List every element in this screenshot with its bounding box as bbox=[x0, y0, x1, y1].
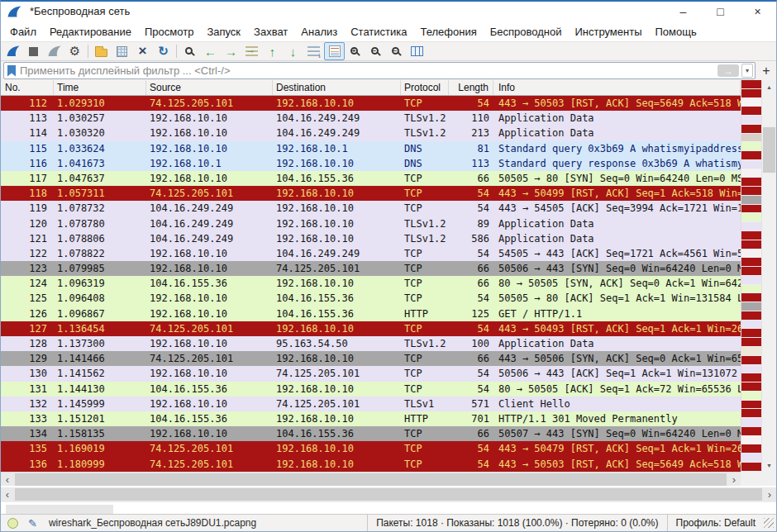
filter-history-caret[interactable]: ▾ bbox=[741, 64, 753, 78]
scroll-left-arrow-icon[interactable]: ‹ bbox=[1, 473, 14, 486]
capture-status-icon[interactable] bbox=[7, 518, 18, 529]
packet-row-125[interactable]: 1251.096408192.168.10.10104.16.155.36TCP… bbox=[1, 291, 741, 306]
packet-row-112[interactable]: 1121.02931074.125.205.101192.168.10.10TC… bbox=[1, 96, 741, 111]
column-header-source[interactable]: Source bbox=[146, 80, 273, 95]
cell-no: 118 bbox=[1, 186, 54, 201]
packet-row-132[interactable]: 1321.145999192.168.10.1074.125.205.101TL… bbox=[1, 397, 741, 411]
colorize-button[interactable] bbox=[324, 42, 345, 60]
zoom-in-button[interactable]: + bbox=[345, 42, 365, 60]
menu-item-help[interactable]: Помощь bbox=[649, 24, 703, 40]
go-back-button[interactable]: ← bbox=[200, 42, 221, 60]
packet-row-129[interactable]: 1291.14146674.125.205.101192.168.10.10TC… bbox=[1, 351, 741, 366]
scroll-minimap bbox=[741, 80, 761, 472]
go-last-button[interactable]: ↓ bbox=[283, 42, 303, 60]
cell-info: Application Data bbox=[493, 231, 741, 246]
secondary-horizontal-scrollbar[interactable]: ‹ › bbox=[1, 487, 776, 501]
menu-item-view[interactable]: Просмотр bbox=[138, 24, 200, 40]
menu-item-capture[interactable]: Захват bbox=[247, 24, 294, 40]
menu-item-wireless[interactable]: Беспроводной bbox=[484, 24, 569, 40]
packet-row-115[interactable]: 1151.033624192.168.10.10192.168.10.1DNS8… bbox=[1, 141, 741, 156]
packet-row-128[interactable]: 1281.137300192.168.10.1095.163.54.50TLSv… bbox=[1, 336, 741, 351]
packet-row-136[interactable]: 1361.18099974.125.205.101192.168.10.10TC… bbox=[1, 457, 741, 472]
resize-columns-button[interactable] bbox=[407, 42, 427, 60]
scroll-down-arrow-icon[interactable]: ▼ bbox=[762, 458, 776, 472]
profile-label[interactable]: Профиль: Default bbox=[668, 515, 765, 531]
packet-row-122[interactable]: 1221.078822192.168.10.10104.16.249.249TC… bbox=[1, 246, 741, 261]
packet-row-127[interactable]: 1271.13645474.125.205.101192.168.10.10TC… bbox=[1, 321, 741, 336]
packet-row-119[interactable]: 1191.078732104.16.249.249192.168.10.10TC… bbox=[1, 201, 741, 216]
packet-row-135[interactable]: 1351.16901974.125.205.101192.168.10.10TC… bbox=[1, 441, 741, 456]
column-header-length[interactable]: Length bbox=[449, 80, 493, 95]
column-header-info[interactable]: Info bbox=[493, 80, 741, 95]
packet-row-124[interactable]: 1241.096319104.16.155.36192.168.10.10TCP… bbox=[1, 276, 741, 291]
vertical-scrollbar[interactable]: ▲ ▼ bbox=[761, 80, 776, 472]
packet-list-header: No.TimeSourceDestinationProtocolLengthIn… bbox=[1, 80, 741, 96]
menu-item-telephony[interactable]: Телефония bbox=[413, 24, 483, 40]
packet-row-123[interactable]: 1231.079985192.168.10.1074.125.205.101TC… bbox=[1, 261, 741, 276]
horizontal-scrollbar[interactable]: ‹ › bbox=[1, 472, 741, 486]
menu-item-tools[interactable]: Инструменты bbox=[568, 24, 648, 40]
edit-comment-pencil-icon[interactable]: ✎ bbox=[28, 517, 37, 530]
packet-row-131[interactable]: 1311.144130104.16.155.36192.168.10.10TCP… bbox=[1, 382, 741, 397]
scroll-right-arrow-icon[interactable]: › bbox=[763, 488, 776, 501]
capture-filename[interactable]: wireshark_Беспроводная сетьJ89DU1.pcapng bbox=[49, 517, 256, 529]
maximize-button[interactable]: □ bbox=[702, 2, 739, 21]
find-packet-button[interactable] bbox=[179, 42, 200, 60]
packet-row-134[interactable]: 1341.158135192.168.10.10104.16.155.36TCP… bbox=[1, 426, 741, 441]
open-file-button[interactable] bbox=[91, 42, 112, 60]
menu-item-file[interactable]: Файл bbox=[3, 24, 43, 40]
column-header-time[interactable]: Time bbox=[54, 80, 146, 95]
packet-row-117[interactable]: 1171.047637192.168.10.10104.16.155.36TCP… bbox=[1, 171, 741, 186]
start-capture-button[interactable] bbox=[2, 42, 23, 60]
packet-row-113[interactable]: 1131.030257192.168.10.10104.16.249.249TL… bbox=[1, 111, 741, 126]
menu-item-edit[interactable]: Редактирование bbox=[43, 24, 138, 40]
menu-item-statistics[interactable]: Статистика bbox=[344, 24, 413, 40]
go-forward-button[interactable]: → bbox=[221, 42, 241, 60]
auto-scroll-button[interactable] bbox=[303, 42, 324, 60]
packet-row-116[interactable]: 1161.041673192.168.10.1192.168.10.10DNS1… bbox=[1, 156, 741, 171]
restart-capture-button[interactable] bbox=[44, 42, 64, 60]
zoom-out-button[interactable]: − bbox=[365, 42, 386, 60]
packet-row-120[interactable]: 1201.078780104.16.249.249192.168.10.10TL… bbox=[1, 216, 741, 231]
cell-time: 1.096408 bbox=[54, 291, 146, 306]
cell-protocol: TCP bbox=[401, 441, 449, 456]
reload-file-button[interactable]: ↻ bbox=[153, 42, 174, 60]
packet-row-126[interactable]: 1261.096867192.168.10.10104.16.155.36HTT… bbox=[1, 306, 741, 321]
zoom-original-button[interactable]: − bbox=[386, 42, 407, 60]
minimize-button[interactable]: – bbox=[665, 2, 702, 21]
menu-item-go[interactable]: Запуск bbox=[200, 24, 247, 40]
display-filter-input[interactable]: Применить дисплейный фильтр ... <Ctrl-/>… bbox=[3, 62, 756, 79]
add-filter-button[interactable]: + bbox=[759, 64, 774, 78]
horizontal-scroll-thumb[interactable] bbox=[15, 488, 762, 501]
close-button[interactable]: × bbox=[739, 2, 776, 21]
packet-row-121[interactable]: 1211.078806104.16.249.249192.168.10.10TL… bbox=[1, 231, 741, 246]
menu-item-analyze[interactable]: Анализ bbox=[294, 24, 344, 40]
column-header-protocol[interactable]: Protocol bbox=[401, 80, 449, 95]
packet-row-118[interactable]: 1181.05731174.125.205.101192.168.10.10TC… bbox=[1, 186, 741, 201]
save-file-button[interactable] bbox=[112, 42, 132, 60]
minimap-stripe bbox=[741, 169, 761, 178]
cell-source: 192.168.10.10 bbox=[146, 171, 273, 186]
column-header-no[interactable]: No. bbox=[1, 80, 54, 95]
packet-row-114[interactable]: 1141.030320192.168.10.10104.16.249.249TL… bbox=[1, 126, 741, 140]
cell-source: 74.125.205.101 bbox=[146, 351, 273, 366]
cell-length: 586 bbox=[449, 231, 493, 246]
scroll-left-arrow-icon[interactable]: ‹ bbox=[1, 488, 14, 501]
capture-options-button[interactable]: ⚙ bbox=[64, 42, 85, 60]
horizontal-scroll-thumb[interactable] bbox=[15, 473, 727, 486]
bookmark-icon[interactable] bbox=[7, 65, 16, 77]
column-header-destination[interactable]: Destination bbox=[273, 80, 401, 95]
apply-filter-button[interactable]: → bbox=[717, 64, 739, 77]
go-first-button[interactable]: ↑ bbox=[262, 42, 283, 60]
stop-capture-button[interactable] bbox=[23, 42, 44, 60]
cell-source: 104.16.155.36 bbox=[146, 382, 273, 397]
go-to-packet-button[interactable]: → bbox=[241, 42, 262, 60]
resize-grip[interactable] bbox=[764, 518, 774, 528]
packet-row-133[interactable]: 1331.151201104.16.155.36192.168.10.10HTT… bbox=[1, 411, 741, 426]
cell-protocol: TCP bbox=[401, 382, 449, 397]
close-file-button[interactable]: × bbox=[132, 42, 153, 60]
scroll-up-arrow-icon[interactable]: ▲ bbox=[762, 80, 776, 93]
vertical-scroll-thumb[interactable] bbox=[763, 127, 775, 173]
scroll-right-arrow-icon[interactable]: › bbox=[727, 473, 741, 486]
packet-row-130[interactable]: 1301.141562192.168.10.1074.125.205.101TC… bbox=[1, 366, 741, 381]
